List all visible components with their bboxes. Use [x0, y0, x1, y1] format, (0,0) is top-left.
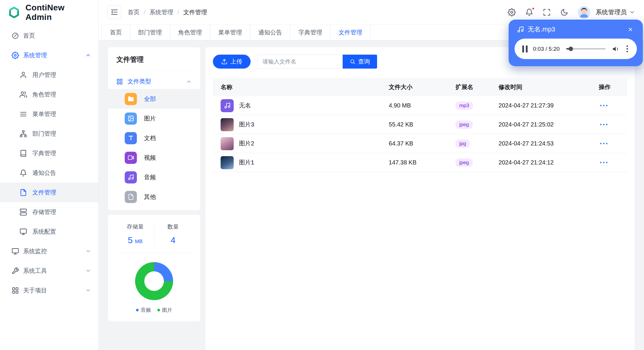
query-button[interactable]: 查询: [343, 55, 377, 69]
notification-bell-icon[interactable]: [525, 8, 533, 16]
col-size: 文件大小: [381, 83, 448, 91]
file-size: 4.90 MB: [381, 102, 448, 109]
player-title: 无名.mp3: [528, 25, 555, 34]
sidebar-item-roles[interactable]: 角色管理: [0, 85, 98, 104]
more-actions-icon[interactable]: [591, 162, 627, 163]
more-actions-icon[interactable]: [591, 143, 627, 144]
upload-button[interactable]: 上传: [213, 55, 251, 69]
file-icon: [20, 189, 27, 196]
close-icon[interactable]: [626, 25, 634, 34]
sidebar-item-monitoring[interactable]: 系统监控: [0, 241, 98, 261]
menu-icon: [20, 110, 27, 118]
tab-menus[interactable]: 菜单管理: [210, 25, 250, 40]
file-size: 55.42 KB: [381, 121, 448, 128]
file-type-chart: 音频 图片: [116, 262, 192, 313]
type-item-image[interactable]: 图片: [108, 109, 200, 128]
tab-files[interactable]: 文件管理: [330, 25, 371, 40]
divider: [116, 253, 192, 253]
image-icon: [125, 113, 137, 125]
audio-file-icon: [221, 99, 234, 112]
server-icon: [20, 208, 27, 216]
avatar[interactable]: [578, 6, 590, 18]
fullscreen-icon[interactable]: [543, 8, 551, 16]
app-logo[interactable]: ContiNew Admin: [0, 0, 98, 25]
storage-unit: MB: [135, 239, 143, 244]
kebab-menu-icon[interactable]: [625, 44, 629, 53]
tab-home[interactable]: 首页: [102, 25, 130, 40]
file-table: 名称 文件大小 扩展名 修改时间 操作 无名 4.90 MB mp3 2024-…: [213, 78, 627, 172]
tab-departments[interactable]: 部门管理: [130, 25, 170, 40]
chart-legend: 音频 图片: [136, 307, 172, 313]
donut-chart: [135, 262, 173, 300]
sidebar-item-home[interactable]: 首页: [0, 26, 98, 45]
breadcrumb-system[interactable]: 系统管理: [140, 8, 173, 16]
pause-icon[interactable]: [522, 45, 528, 53]
file-time: 2024-04-27 21:24:12: [491, 159, 591, 166]
tab-dictionary[interactable]: 字典管理: [290, 25, 330, 40]
file-name: 图片3: [239, 121, 254, 129]
search-input[interactable]: [257, 55, 343, 69]
sidebar-item-departments[interactable]: 部门管理: [0, 124, 98, 143]
breadcrumb-home[interactable]: 首页: [128, 8, 140, 16]
sidebar-item-dictionary[interactable]: 字典管理: [0, 143, 98, 163]
chevron-up-icon: [186, 79, 192, 85]
sidebar-item-system[interactable]: 系统管理: [0, 45, 98, 65]
type-item-document[interactable]: 文档: [108, 128, 200, 148]
more-actions-icon[interactable]: [591, 124, 627, 125]
seek-bar[interactable]: [566, 48, 606, 50]
volume-icon[interactable]: [612, 45, 620, 53]
legend-image[interactable]: 图片: [157, 307, 172, 313]
sidebar-item-menus[interactable]: 菜单管理: [0, 104, 98, 124]
table-row[interactable]: 无名 4.90 MB mp3 2024-04-27 21:27:39: [213, 96, 627, 115]
more-actions-icon[interactable]: [591, 105, 627, 106]
type-item-other[interactable]: 其他: [108, 187, 200, 207]
tab-roles[interactable]: 角色管理: [170, 25, 210, 40]
col-time: 修改时间: [491, 83, 591, 91]
table-row[interactable]: 图片3 55.42 KB jpeg 2024-04-27 21:25:02: [213, 115, 627, 134]
type-item-all[interactable]: 全部: [108, 89, 200, 109]
chevron-up-icon: [85, 52, 91, 58]
file-type-group-header[interactable]: 文件类型: [108, 71, 200, 89]
file-thumbnail[interactable]: [221, 118, 234, 131]
monitor-icon: [12, 248, 19, 255]
sidebar-item-about[interactable]: 关于项目: [0, 281, 98, 300]
logo-icon: [7, 5, 21, 20]
sidebar-item-config[interactable]: 系统配置: [0, 222, 98, 241]
gear-icon: [12, 52, 19, 59]
file-type-panel: 文件管理 文件类型 全部 图片 文档 视频: [108, 47, 200, 210]
col-ext: 扩展名: [448, 83, 491, 91]
sidebar-item-tools[interactable]: 系统工具: [0, 261, 98, 281]
file-thumbnail[interactable]: [221, 137, 234, 150]
sidebar-item-files[interactable]: 文件管理: [0, 183, 98, 202]
sidebar-item-users[interactable]: 用户管理: [0, 65, 98, 85]
legend-dot: [157, 309, 160, 311]
legend-audio[interactable]: 音频: [136, 307, 151, 313]
seek-thumb[interactable]: [569, 47, 573, 51]
music-icon: [517, 26, 524, 33]
left-column: 文件管理 文件类型 全部 图片 文档 视频: [108, 47, 200, 321]
table-header: 名称 文件大小 扩展名 修改时间 操作: [213, 78, 627, 96]
type-item-audio[interactable]: 音频: [108, 167, 200, 187]
dark-mode-icon[interactable]: [560, 8, 568, 16]
grid-icon: [12, 287, 19, 294]
chevron-down-icon: [85, 268, 91, 274]
sidebar-item-storage[interactable]: 存储管理: [0, 202, 98, 222]
type-item-video[interactable]: 视频: [108, 148, 200, 167]
user-menu[interactable]: 系统管理员: [596, 8, 635, 16]
tab-notices[interactable]: 通知公告: [250, 25, 290, 40]
home-icon: [12, 32, 19, 39]
sidebar-collapse-button[interactable]: [107, 5, 121, 19]
file-thumbnail[interactable]: [221, 156, 234, 169]
table-row[interactable]: 图片1 147.38 KB jpeg 2024-04-27 21:24:12: [213, 153, 627, 172]
table-row[interactable]: 图片2 64.37 KB jpg 2024-04-27 21:24:53: [213, 134, 627, 153]
stat-count: 数量 4: [154, 223, 192, 245]
file-time: 2024-04-27 21:24:53: [491, 140, 591, 147]
file-name: 图片2: [239, 140, 254, 148]
menu-fold-icon: [110, 8, 118, 16]
ext-tag: mp3: [455, 102, 473, 110]
video-icon: [125, 152, 137, 164]
settings-icon[interactable]: [508, 8, 516, 16]
search-icon: [350, 59, 355, 64]
file-size: 147.38 KB: [381, 159, 448, 166]
sidebar-item-notices[interactable]: 通知公告: [0, 163, 98, 183]
